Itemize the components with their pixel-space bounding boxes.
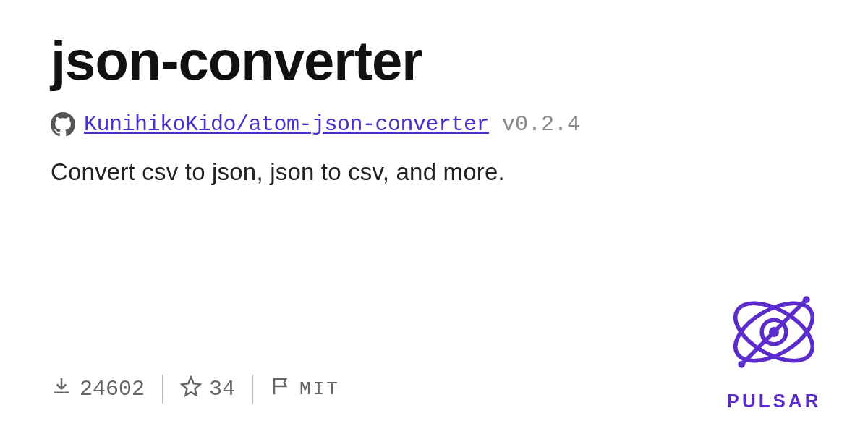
downloads-count: 24602 [80,377,145,401]
stars-stat: 34 [180,375,235,404]
license-stat: MIT [271,375,340,404]
pulsar-brand-text: PULSAR [727,390,822,412]
download-icon [51,375,72,404]
divider [162,375,163,404]
repo-row: KunihikoKido/atom-json-converter v0.2.4 [51,112,817,137]
downloads-stat: 24602 [51,375,145,404]
svg-line-4 [744,302,804,362]
package-description: Convert csv to json, json to csv, and mo… [51,158,817,186]
star-icon [180,375,202,404]
version-label: v0.2.4 [502,112,580,137]
repo-link[interactable]: KunihikoKido/atom-json-converter [84,112,489,137]
stars-count: 34 [209,377,235,401]
pulsar-icon [723,281,825,386]
svg-point-6 [803,296,810,303]
stats-bar: 24602 34 MIT [51,375,340,404]
github-icon [51,112,75,137]
license-label: MIT [299,378,340,400]
divider [252,375,253,404]
package-title: json-converter [51,29,817,92]
svg-point-5 [738,361,745,368]
pulsar-logo: PULSAR [723,281,825,412]
flag-icon [271,375,292,404]
